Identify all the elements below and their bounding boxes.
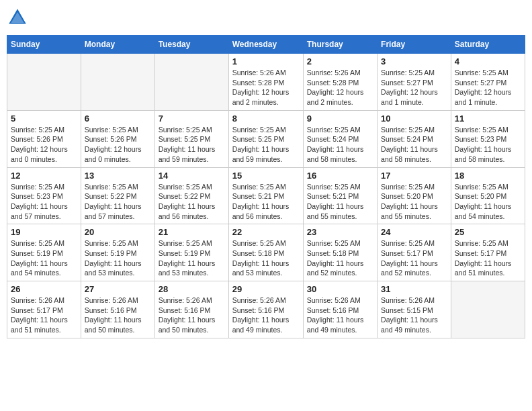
day-number: 15 <box>232 171 300 181</box>
day-info: Sunrise: 5:25 AM Sunset: 5:22 PM Dayligh… <box>159 182 225 222</box>
day-number: 11 <box>455 113 521 124</box>
calendar-table: SundayMondayTuesdayWednesdayThursdayFrid… <box>7 35 525 338</box>
calendar-cell: 4Sunrise: 5:25 AM Sunset: 5:27 PM Daylig… <box>451 54 525 111</box>
calendar-cell: 15Sunrise: 5:25 AM Sunset: 5:21 PM Dayli… <box>228 167 303 224</box>
calendar-cell: 28Sunrise: 5:26 AM Sunset: 5:16 PM Dayli… <box>154 281 228 338</box>
day-info: Sunrise: 5:25 AM Sunset: 5:25 PM Dayligh… <box>232 125 300 165</box>
day-number: 26 <box>11 284 77 294</box>
calendar-cell: 7Sunrise: 5:25 AM Sunset: 5:25 PM Daylig… <box>154 110 228 167</box>
day-number: 20 <box>85 227 151 237</box>
day-number: 7 <box>159 113 225 124</box>
weekday-header-saturday: Saturday <box>451 36 525 54</box>
calendar-cell: 13Sunrise: 5:25 AM Sunset: 5:22 PM Dayli… <box>81 167 154 224</box>
day-info: Sunrise: 5:25 AM Sunset: 5:27 PM Dayligh… <box>381 68 447 107</box>
weekday-header-friday: Friday <box>378 36 451 54</box>
day-info: Sunrise: 5:26 AM Sunset: 5:28 PM Dayligh… <box>307 68 373 107</box>
calendar-week-row: 19Sunrise: 5:25 AM Sunset: 5:19 PM Dayli… <box>7 224 525 281</box>
logo <box>7 7 31 28</box>
day-info: Sunrise: 5:25 AM Sunset: 5:24 PM Dayligh… <box>381 125 447 165</box>
day-number: 13 <box>85 171 151 181</box>
day-info: Sunrise: 5:25 AM Sunset: 5:23 PM Dayligh… <box>11 182 77 222</box>
day-number: 5 <box>11 113 77 124</box>
day-info: Sunrise: 5:25 AM Sunset: 5:19 PM Dayligh… <box>85 238 151 278</box>
calendar-cell: 8Sunrise: 5:25 AM Sunset: 5:25 PM Daylig… <box>228 110 303 167</box>
day-info: Sunrise: 5:25 AM Sunset: 5:27 PM Dayligh… <box>455 68 521 107</box>
calendar-cell: 9Sunrise: 5:25 AM Sunset: 5:24 PM Daylig… <box>303 110 377 167</box>
calendar-cell: 17Sunrise: 5:25 AM Sunset: 5:20 PM Dayli… <box>378 167 451 224</box>
day-info: Sunrise: 5:25 AM Sunset: 5:26 PM Dayligh… <box>11 125 77 165</box>
day-number: 27 <box>85 284 151 294</box>
day-info: Sunrise: 5:25 AM Sunset: 5:19 PM Dayligh… <box>159 238 225 278</box>
day-info: Sunrise: 5:25 AM Sunset: 5:22 PM Dayligh… <box>85 182 151 222</box>
calendar-cell: 6Sunrise: 5:25 AM Sunset: 5:26 PM Daylig… <box>81 110 154 167</box>
day-number: 17 <box>381 171 447 181</box>
day-number: 10 <box>381 113 447 124</box>
day-info: Sunrise: 5:25 AM Sunset: 5:20 PM Dayligh… <box>381 182 447 222</box>
calendar-week-row: 5Sunrise: 5:25 AM Sunset: 5:26 PM Daylig… <box>7 110 525 167</box>
weekday-header-wednesday: Wednesday <box>228 36 303 54</box>
day-info: Sunrise: 5:25 AM Sunset: 5:25 PM Dayligh… <box>159 125 225 165</box>
day-info: Sunrise: 5:25 AM Sunset: 5:21 PM Dayligh… <box>232 182 300 222</box>
calendar-cell: 26Sunrise: 5:26 AM Sunset: 5:17 PM Dayli… <box>7 281 81 338</box>
day-info: Sunrise: 5:25 AM Sunset: 5:17 PM Dayligh… <box>455 238 521 278</box>
calendar-cell: 11Sunrise: 5:25 AM Sunset: 5:23 PM Dayli… <box>451 110 525 167</box>
calendar-cell: 29Sunrise: 5:26 AM Sunset: 5:16 PM Dayli… <box>228 281 303 338</box>
day-info: Sunrise: 5:26 AM Sunset: 5:16 PM Dayligh… <box>85 295 151 335</box>
logo-icon <box>7 7 28 28</box>
calendar-cell: 18Sunrise: 5:25 AM Sunset: 5:20 PM Dayli… <box>451 167 525 224</box>
day-number: 16 <box>307 171 373 181</box>
day-number: 19 <box>11 227 77 237</box>
day-info: Sunrise: 5:26 AM Sunset: 5:15 PM Dayligh… <box>381 295 447 335</box>
day-number: 12 <box>11 171 77 181</box>
day-info: Sunrise: 5:25 AM Sunset: 5:18 PM Dayligh… <box>307 238 373 278</box>
day-info: Sunrise: 5:26 AM Sunset: 5:16 PM Dayligh… <box>159 295 225 335</box>
calendar-cell: 16Sunrise: 5:25 AM Sunset: 5:21 PM Dayli… <box>303 167 377 224</box>
calendar-cell <box>7 54 81 111</box>
day-info: Sunrise: 5:25 AM Sunset: 5:21 PM Dayligh… <box>307 182 373 222</box>
day-info: Sunrise: 5:26 AM Sunset: 5:17 PM Dayligh… <box>11 295 77 335</box>
calendar-cell: 23Sunrise: 5:25 AM Sunset: 5:18 PM Dayli… <box>303 224 377 281</box>
day-number: 3 <box>381 56 447 66</box>
day-number: 23 <box>307 227 373 237</box>
calendar-cell: 30Sunrise: 5:26 AM Sunset: 5:16 PM Dayli… <box>303 281 377 338</box>
calendar-cell: 25Sunrise: 5:25 AM Sunset: 5:17 PM Dayli… <box>451 224 525 281</box>
day-number: 22 <box>232 227 300 237</box>
day-number: 30 <box>307 284 373 294</box>
calendar-cell: 31Sunrise: 5:26 AM Sunset: 5:15 PM Dayli… <box>378 281 451 338</box>
calendar-week-row: 1Sunrise: 5:26 AM Sunset: 5:28 PM Daylig… <box>7 54 525 111</box>
calendar-cell: 2Sunrise: 5:26 AM Sunset: 5:28 PM Daylig… <box>303 54 377 111</box>
day-info: Sunrise: 5:26 AM Sunset: 5:16 PM Dayligh… <box>307 295 373 335</box>
calendar-cell: 19Sunrise: 5:25 AM Sunset: 5:19 PM Dayli… <box>7 224 81 281</box>
calendar-cell <box>81 54 154 111</box>
calendar-cell: 12Sunrise: 5:25 AM Sunset: 5:23 PM Dayli… <box>7 167 81 224</box>
calendar-cell <box>154 54 228 111</box>
calendar-cell: 5Sunrise: 5:25 AM Sunset: 5:26 PM Daylig… <box>7 110 81 167</box>
day-info: Sunrise: 5:25 AM Sunset: 5:23 PM Dayligh… <box>455 125 521 165</box>
day-number: 2 <box>307 56 373 66</box>
page-header <box>7 7 525 28</box>
day-number: 31 <box>381 284 447 294</box>
calendar-cell <box>451 281 525 338</box>
calendar-cell: 14Sunrise: 5:25 AM Sunset: 5:22 PM Dayli… <box>154 167 228 224</box>
day-number: 18 <box>455 171 521 181</box>
day-number: 1 <box>232 56 300 66</box>
weekday-header-thursday: Thursday <box>303 36 377 54</box>
calendar-cell: 27Sunrise: 5:26 AM Sunset: 5:16 PM Dayli… <box>81 281 154 338</box>
day-number: 4 <box>455 56 521 66</box>
day-info: Sunrise: 5:26 AM Sunset: 5:16 PM Dayligh… <box>232 295 300 335</box>
calendar-cell: 3Sunrise: 5:25 AM Sunset: 5:27 PM Daylig… <box>378 54 451 111</box>
calendar-cell: 10Sunrise: 5:25 AM Sunset: 5:24 PM Dayli… <box>378 110 451 167</box>
calendar-cell: 1Sunrise: 5:26 AM Sunset: 5:28 PM Daylig… <box>228 54 303 111</box>
day-info: Sunrise: 5:25 AM Sunset: 5:19 PM Dayligh… <box>11 238 77 278</box>
day-number: 6 <box>85 113 151 124</box>
day-info: Sunrise: 5:25 AM Sunset: 5:18 PM Dayligh… <box>232 238 300 278</box>
calendar-cell: 24Sunrise: 5:25 AM Sunset: 5:17 PM Dayli… <box>378 224 451 281</box>
day-number: 9 <box>307 113 373 124</box>
calendar-cell: 20Sunrise: 5:25 AM Sunset: 5:19 PM Dayli… <box>81 224 154 281</box>
calendar-week-row: 12Sunrise: 5:25 AM Sunset: 5:23 PM Dayli… <box>7 167 525 224</box>
calendar-cell: 21Sunrise: 5:25 AM Sunset: 5:19 PM Dayli… <box>154 224 228 281</box>
day-info: Sunrise: 5:25 AM Sunset: 5:20 PM Dayligh… <box>455 182 521 222</box>
weekday-header-row: SundayMondayTuesdayWednesdayThursdayFrid… <box>7 36 525 54</box>
day-info: Sunrise: 5:25 AM Sunset: 5:26 PM Dayligh… <box>85 125 151 165</box>
weekday-header-tuesday: Tuesday <box>154 36 228 54</box>
